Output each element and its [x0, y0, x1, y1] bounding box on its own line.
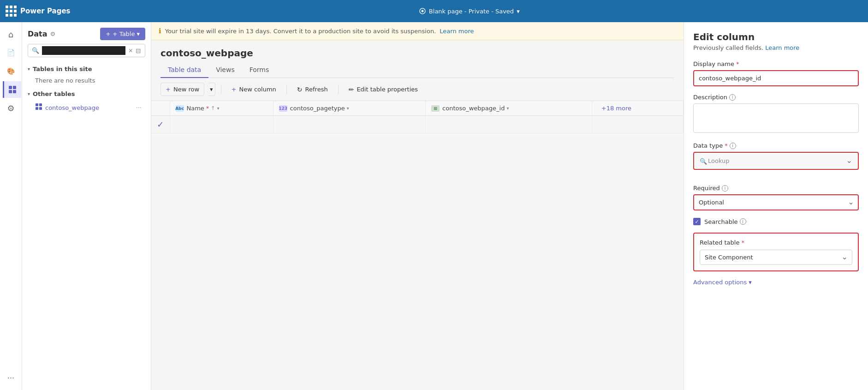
- grid-icon: [6, 6, 17, 17]
- col-header-more[interactable]: +18 more: [592, 101, 683, 116]
- col-header-webpage-id: ⊞ contoso_webpage_id ▾: [426, 101, 592, 116]
- table-header-row: Abc Name * ↑ ▾ 123 contoso_p: [151, 101, 684, 116]
- table-more-button[interactable]: ···: [136, 104, 142, 111]
- new-row-dropdown[interactable]: ▾: [208, 83, 215, 96]
- sidebar-title: Data ⚙: [28, 30, 55, 38]
- toolbar-divider-1: [221, 85, 221, 94]
- description-info-icon[interactable]: i: [729, 94, 736, 101]
- required-info-icon[interactable]: i: [722, 185, 728, 192]
- searchable-info-icon[interactable]: i: [740, 218, 746, 225]
- data-type-select[interactable]: Lookup: [695, 154, 857, 168]
- sidebar-item-home[interactable]: ⌂: [3, 26, 19, 42]
- data-icon: [8, 85, 17, 94]
- add-table-button[interactable]: + + Table ▾: [100, 28, 145, 40]
- edit-icon: ✏: [349, 86, 354, 93]
- svg-rect-3: [13, 86, 16, 89]
- add-table-chevron: ▾: [137, 30, 140, 37]
- sidebar-search-box[interactable]: 🔍 ✕ ⊟: [28, 44, 145, 57]
- row-cell-pagetype: [273, 116, 426, 133]
- required-select-wrapper: Optional Required: [693, 194, 859, 210]
- tab-views[interactable]: Views: [208, 62, 242, 78]
- app-name: Power Pages: [20, 7, 71, 15]
- sidebar-item-more[interactable]: ···: [3, 370, 19, 386]
- edit-table-button[interactable]: ✏ Edit table properties: [344, 83, 422, 96]
- data-type-label: Data type * i: [693, 142, 859, 149]
- col-webpageid-menu[interactable]: ▾: [506, 106, 509, 111]
- grid-table-icon: [35, 103, 42, 110]
- row-cell-name: [170, 116, 273, 133]
- svg-rect-6: [36, 103, 38, 106]
- num-badge: 123: [279, 105, 287, 112]
- table-toolbar: + New row ▾ + New column ↻ Refresh ✏: [151, 78, 684, 101]
- sidebar-header: Data ⚙ + + Table ▾: [22, 28, 151, 44]
- page-chevron[interactable]: ▾: [517, 8, 520, 15]
- toolbar-divider-2: [286, 85, 287, 94]
- more-columns-label[interactable]: +18 more: [598, 101, 635, 115]
- edit-panel-title: Edit column: [693, 31, 859, 42]
- col-pagetype-text: contoso_pagetype: [290, 105, 345, 112]
- searchable-label-text: Searchable: [704, 218, 738, 225]
- description-label: Description i: [693, 94, 859, 101]
- display-name-label: Display name *: [693, 60, 859, 67]
- advanced-options-button[interactable]: Advanced options ▾: [693, 279, 859, 286]
- display-name-group: Display name *: [693, 60, 859, 86]
- other-tables-label: Other tables: [33, 90, 75, 97]
- other-tables-header[interactable]: ▾ Other tables: [28, 88, 145, 100]
- table-row: ✓: [151, 116, 684, 133]
- table-item-contoso[interactable]: contoso_webpage ···: [28, 100, 145, 115]
- col-pagetype-menu[interactable]: ▾: [347, 106, 349, 111]
- other-tables-section: ▾ Other tables contoso_webpage ···: [22, 88, 151, 115]
- data-type-required: *: [725, 142, 728, 149]
- edit-panel-subtitle: Previously called fields. Learn more: [693, 44, 859, 51]
- sidebar-item-styling[interactable]: 🎨: [3, 63, 19, 79]
- row-cell-webpageid: [426, 116, 592, 133]
- top-nav: Power Pages Blank page - Private - Saved…: [0, 0, 868, 22]
- required-label-text: Required: [693, 185, 720, 192]
- sort-icon[interactable]: ↑: [211, 105, 215, 111]
- settings-icon[interactable]: ⚙: [50, 30, 56, 37]
- new-column-button[interactable]: + New column: [227, 83, 281, 96]
- learn-more-link[interactable]: Learn more: [765, 44, 799, 51]
- tables-in-site-header[interactable]: ▾ Tables in this site: [28, 63, 145, 75]
- display-name-input[interactable]: [693, 70, 859, 86]
- tables-in-site-section: ▾ Tables in this site There are no resul…: [22, 63, 151, 88]
- row-check[interactable]: ✓: [151, 116, 170, 133]
- sidebar-item-data[interactable]: [3, 81, 21, 98]
- col-header-name-col: Abc Name * ↑ ▾: [170, 101, 273, 116]
- refresh-button[interactable]: ↻ Refresh: [292, 83, 333, 96]
- svg-rect-9: [39, 107, 42, 110]
- required-group: Required i Optional Required: [693, 185, 859, 210]
- sidebar-item-pages[interactable]: 📄: [3, 44, 19, 61]
- filter-icon[interactable]: ⊟: [136, 47, 141, 54]
- tab-forms[interactable]: Forms: [242, 62, 277, 78]
- searchable-row: Searchable i: [693, 218, 859, 225]
- data-grid: Abc Name * ↑ ▾ 123 contoso_p: [151, 101, 684, 390]
- searchable-checkbox[interactable]: [693, 218, 701, 225]
- display-name-label-text: Display name: [693, 60, 734, 67]
- table-grid-icon: [35, 103, 42, 112]
- trial-banner: ℹ Your trial site will expire in 13 days…: [151, 22, 684, 40]
- new-row-button[interactable]: + New row: [161, 83, 204, 96]
- search-input[interactable]: [42, 46, 125, 55]
- data-type-select-wrapper: 🔍 Lookup: [695, 154, 857, 168]
- new-column-label: New column: [239, 86, 276, 93]
- col-webpageid-text: contoso_webpage_id: [442, 105, 505, 112]
- clear-icon[interactable]: ✕: [128, 48, 133, 54]
- data-type-group: Data type * i 🔍 Lookup: [693, 142, 859, 177]
- info-icon: ℹ: [159, 27, 161, 35]
- no-results-text: There are no results: [28, 75, 145, 88]
- required-select[interactable]: Optional Required: [693, 194, 859, 210]
- description-input[interactable]: [693, 103, 859, 133]
- sidebar-item-setup[interactable]: ⚙: [3, 100, 19, 116]
- page-label: Blank page - Private - Saved: [429, 8, 514, 15]
- col-menu-icon[interactable]: ▾: [217, 106, 220, 111]
- required-star-col: *: [206, 105, 209, 112]
- trial-learn-more-link[interactable]: Learn more: [440, 28, 474, 35]
- grid-table: Abc Name * ↑ ▾ 123 contoso_p: [151, 101, 684, 133]
- name-badge: Abc: [176, 105, 184, 112]
- add-table-label: + Table: [113, 30, 135, 37]
- svg-rect-5: [13, 90, 16, 93]
- data-type-info-icon[interactable]: i: [730, 143, 736, 149]
- related-table-select[interactable]: Site Component: [700, 250, 852, 265]
- tab-table-data[interactable]: Table data: [161, 62, 208, 78]
